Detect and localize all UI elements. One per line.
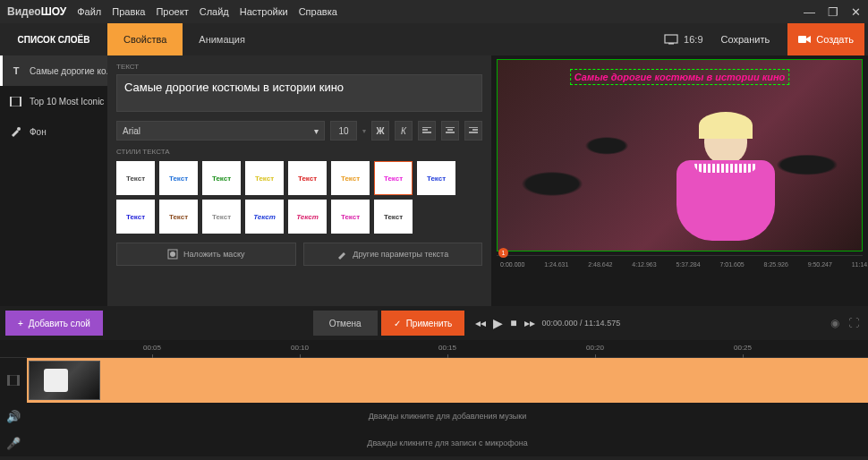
svg-rect-1 — [668, 43, 674, 45]
layer-label: Самые дорогие ко... — [30, 66, 107, 76]
text-section-label: ТЕКСТ — [116, 63, 482, 71]
video-clip[interactable] — [29, 361, 100, 400]
tab-properties[interactable]: Свойства — [107, 23, 183, 55]
preview-pane: Самые дорогие костюмы в истории кино 1 0… — [491, 55, 868, 306]
text-style-thumb[interactable]: Текст — [159, 200, 198, 234]
add-layer-button[interactable]: + Добавить слой — [5, 311, 103, 336]
layer-background[interactable]: Фон — [0, 116, 107, 147]
align-center-button[interactable] — [441, 121, 459, 141]
mic-track[interactable]: Дважды кликните для записи с микрофона — [27, 430, 868, 456]
mask-button[interactable]: Наложить маску — [116, 243, 296, 266]
text-style-thumb[interactable]: Текст — [374, 161, 413, 195]
text-style-thumb[interactable]: Текст — [159, 161, 198, 195]
text-style-thumb[interactable]: Текст — [288, 161, 327, 195]
ruler-mark: 11:14.568 — [852, 261, 868, 268]
create-button[interactable]: Создать — [787, 23, 864, 55]
cancel-button[interactable]: Отмена — [313, 311, 378, 336]
next-frame-button[interactable]: ▸▸ — [524, 317, 535, 329]
video-track-icon[interactable] — [0, 358, 27, 403]
audio-track[interactable]: Дважды кликните для добавления музыки — [27, 403, 868, 430]
ruler-mark: 5:37.284 — [676, 261, 700, 268]
menu-slide[interactable]: Слайд — [200, 6, 229, 17]
statusbar: Шкала слайдов Шкала времени C:\Users\Тан… — [0, 456, 868, 460]
action-row: + Добавить слой Отмена ✓ Применить ◂◂ ▶ … — [0, 306, 868, 340]
menu-edit[interactable]: Правка — [112, 6, 145, 17]
ruler-mark: 0:00.000 — [500, 261, 524, 268]
aspect-ratio-selector[interactable]: 16:9 — [664, 34, 702, 45]
text-style-thumb[interactable]: Текст — [245, 161, 284, 195]
ruler-mark: 2:48.642 — [588, 261, 612, 268]
video-icon — [798, 34, 811, 45]
save-button[interactable]: Сохранить — [721, 34, 770, 45]
text-styles-grid: ТекстТекстТекстТекстТекстТекстТекстТекст… — [116, 161, 482, 234]
plus-icon: + — [18, 319, 23, 328]
timeline-tick: 00:20 — [586, 344, 604, 352]
minimize-icon[interactable]: — — [804, 5, 815, 19]
menu-help[interactable]: Справка — [299, 6, 337, 17]
mask-icon — [167, 249, 178, 260]
fullscreen-icon[interactable]: ⛶ — [848, 317, 859, 329]
timeline: 00:0500:1000:1500:2000:25 🔊 🎤 Дважды кли… — [0, 340, 868, 456]
timeline-tick: 00:05 — [143, 344, 161, 352]
text-style-thumb[interactable]: Текст — [116, 161, 155, 195]
playhead-badge[interactable]: 1 — [498, 248, 508, 258]
chevron-down-icon: ▾ — [314, 126, 319, 136]
text-style-thumb[interactable]: Текст — [331, 200, 370, 234]
ruler-mark: 9:50.247 — [808, 261, 832, 268]
preview-canvas[interactable]: Самые дорогие костюмы в истории кино — [497, 59, 863, 251]
text-style-thumb[interactable]: Текст — [202, 161, 241, 195]
layer-label: Top 10 Most Iconic ... — [30, 97, 107, 106]
menu-file[interactable]: Файл — [77, 6, 101, 17]
play-button[interactable]: ▶ — [493, 316, 503, 330]
preview-time-ruler[interactable]: 1 0:00.0001:24.6312:48.6424:12.9635:37.2… — [497, 255, 863, 273]
svg-rect-2 — [798, 36, 806, 43]
text-style-thumb[interactable]: Текст — [288, 200, 327, 234]
bold-button[interactable]: Ж — [371, 121, 389, 141]
italic-button[interactable]: К — [395, 121, 413, 141]
text-style-thumb[interactable]: Текст — [116, 200, 155, 234]
layer-label: Фон — [30, 127, 47, 137]
layer-text[interactable]: T Самые дорогие ко... — [0, 55, 107, 86]
camera-icon[interactable]: ◉ — [830, 317, 839, 329]
check-icon: ✓ — [394, 319, 401, 328]
maximize-icon[interactable]: ❐ — [828, 5, 838, 19]
menu-project[interactable]: Проект — [156, 6, 188, 17]
preview-text-overlay[interactable]: Самые дорогие костюмы в истории кино — [570, 69, 790, 85]
align-right-button[interactable] — [464, 121, 482, 141]
svg-rect-0 — [665, 35, 677, 43]
menu-settings[interactable]: Настройки — [240, 6, 288, 17]
ruler-mark: 8:25.926 — [764, 261, 788, 268]
ruler-mark: 4:12.963 — [632, 261, 656, 268]
text-style-thumb[interactable]: Текст — [374, 200, 413, 234]
tab-animation[interactable]: Анимация — [183, 23, 261, 55]
svg-rect-11 — [17, 375, 20, 386]
video-track[interactable] — [27, 358, 868, 403]
other-params-button[interactable]: Другие параметры текста — [303, 243, 483, 266]
styles-section-label: СТИЛИ ТЕКСТА — [116, 148, 482, 156]
paint-icon — [10, 126, 22, 137]
timeline-tick: 00:10 — [291, 344, 309, 352]
text-input[interactable]: Самые дорогие костюмы в истории кино — [116, 74, 482, 112]
time-display: 00:00.000 / 11:14.575 — [542, 319, 621, 328]
text-style-thumb[interactable]: Текст — [202, 200, 241, 234]
text-style-thumb[interactable]: Текст — [417, 161, 455, 195]
timeline-ruler[interactable]: 00:0500:1000:1500:2000:25 — [0, 342, 868, 358]
timeline-tick: 00:25 — [734, 344, 752, 352]
layer-video[interactable]: Top 10 Most Iconic ... — [0, 86, 107, 116]
align-left-button[interactable] — [418, 121, 436, 141]
font-size-stepper[interactable]: ▾ — [362, 127, 366, 135]
font-family-select[interactable]: Arial▾ — [116, 121, 325, 141]
close-icon[interactable]: ✕ — [851, 5, 861, 19]
layers-panel-title: СПИСОК СЛОЁВ — [0, 23, 107, 55]
text-style-thumb[interactable]: Текст — [245, 200, 284, 234]
mic-track-icon[interactable]: 🎤 — [0, 430, 27, 456]
layers-sidebar: T Самые дорогие ко... Top 10 Most Iconic… — [0, 55, 107, 306]
font-size-input[interactable] — [330, 121, 357, 141]
apply-button[interactable]: ✓ Применить — [381, 311, 465, 336]
svg-point-6 — [17, 127, 21, 131]
pencil-icon — [336, 249, 347, 260]
audio-track-icon[interactable]: 🔊 — [0, 403, 27, 430]
text-style-thumb[interactable]: Текст — [331, 161, 370, 195]
prev-frame-button[interactable]: ◂◂ — [475, 317, 486, 329]
stop-button[interactable]: ■ — [510, 317, 516, 329]
